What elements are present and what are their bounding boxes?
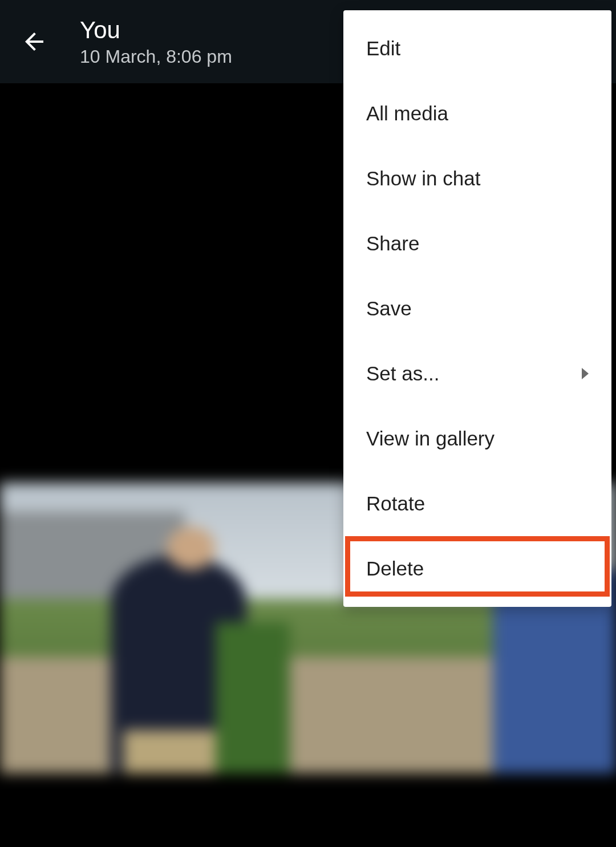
back-button[interactable]: [17, 25, 51, 59]
menu-item-set-as[interactable]: Set as...: [343, 341, 611, 406]
menu-item-label: Share: [366, 232, 589, 255]
chevron-right-icon: [582, 368, 589, 379]
menu-item-all-media[interactable]: All media: [343, 81, 611, 146]
menu-item-show-in-chat[interactable]: Show in chat: [343, 146, 611, 211]
menu-item-label: View in gallery: [366, 427, 589, 450]
menu-item-share[interactable]: Share: [343, 211, 611, 276]
menu-item-delete[interactable]: Delete: [343, 536, 611, 601]
menu-item-label: Rotate: [366, 492, 589, 515]
back-arrow-icon: [21, 28, 48, 55]
menu-item-rotate[interactable]: Rotate: [343, 471, 611, 536]
menu-item-label: All media: [366, 102, 589, 125]
header-text-block: You 10 March, 8:06 pm: [80, 16, 232, 67]
menu-item-label: Show in chat: [366, 167, 589, 190]
menu-item-label: Delete: [366, 557, 589, 580]
menu-item-save[interactable]: Save: [343, 276, 611, 341]
menu-item-edit[interactable]: Edit: [343, 16, 611, 81]
menu-item-label: Set as...: [366, 362, 582, 385]
header-timestamp: 10 March, 8:06 pm: [80, 46, 232, 67]
menu-item-label: Save: [366, 297, 589, 320]
overflow-menu: Edit All media Show in chat Share Save S…: [343, 10, 611, 607]
menu-item-view-in-gallery[interactable]: View in gallery: [343, 406, 611, 471]
header-title: You: [80, 16, 232, 44]
menu-item-label: Edit: [366, 37, 589, 60]
